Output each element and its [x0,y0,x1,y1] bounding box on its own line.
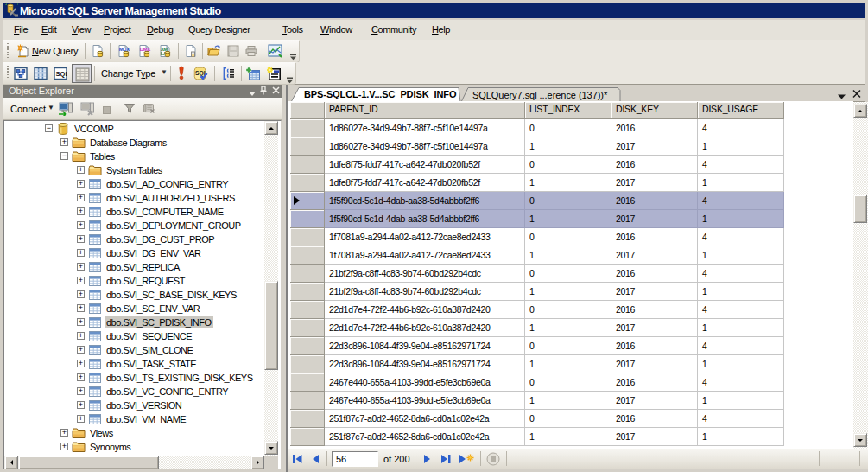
svg-text:SQL: SQL [56,70,67,78]
